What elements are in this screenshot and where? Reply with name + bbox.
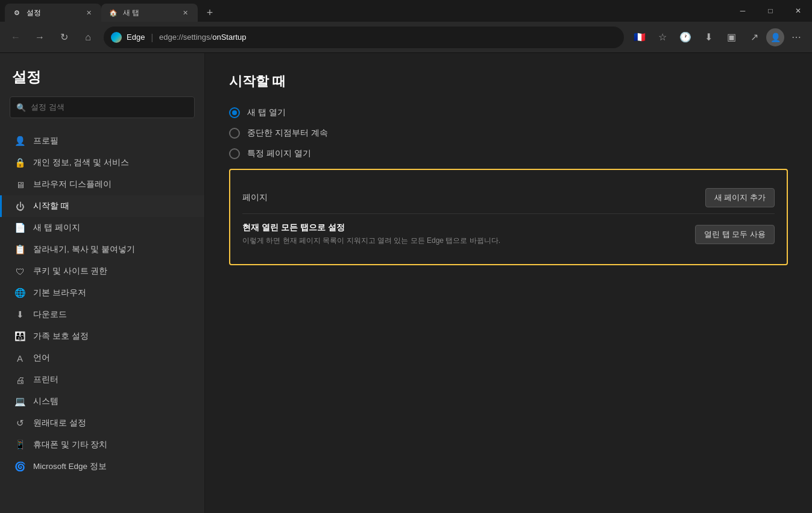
refresh-button[interactable]: ↻	[53, 27, 75, 48]
appearance-nav-icon: 🖥	[14, 178, 26, 190]
forward-button[interactable]: →	[29, 27, 51, 48]
settings-tab-close[interactable]: ✕	[83, 7, 94, 18]
favorites-button[interactable]: ☆	[652, 27, 673, 48]
new-tab-button[interactable]: +	[200, 4, 219, 22]
sidebar-item-appearance-label: 브라우저 디스플레이	[33, 179, 112, 190]
sidebar-nav: 👤 프로필 🔒 개인 정보, 검색 및 서비스 🖥 브라우저 디스플레이 ⏻ 시…	[0, 130, 204, 477]
sidebar-item-language[interactable]: A 언어	[0, 347, 204, 369]
titlebar: ⚙ 설정 ✕ 🏠 새 탭 ✕ + ─ □ ✕	[0, 0, 812, 22]
use-all-tabs-info: 현재 열린 모든 탭으로 설정 이렇게 하면 현재 페이지 목록이 지워지고 열…	[242, 222, 500, 246]
sidebar-item-downloads[interactable]: ⬇ 다운로드	[0, 304, 204, 326]
sidebar: 설정 🔍 설정 검색 👤 프로필 🔒 개인 정보, 검색 및 서비스 🖥 브라우…	[0, 53, 205, 513]
use-all-tabs-row: 현재 열린 모든 탭으로 설정 이렇게 하면 현재 페이지 목록이 지워지고 열…	[242, 213, 775, 252]
privacy-nav-icon: 🔒	[14, 157, 26, 169]
sidebar-item-family-label: 가족 보호 설정	[33, 331, 89, 342]
tab-settings[interactable]: ⚙ 설정 ✕	[5, 4, 101, 22]
newtab-tab-close[interactable]: ✕	[180, 7, 190, 18]
clipboard-nav-icon: 📋	[14, 244, 26, 256]
downloads-button[interactable]: ⬇	[697, 27, 719, 48]
family-nav-icon: 👨‍👩‍👧	[14, 330, 26, 342]
radio-newtab[interactable]	[229, 107, 240, 118]
option-continue-label: 중단한 지점부터 계속	[247, 128, 328, 139]
newtab-tab-label: 새 탭	[123, 8, 175, 18]
sidebar-item-privacy-label: 개인 정보, 검색 및 서비스	[33, 157, 129, 168]
option-specific-label: 특정 페이지 열기	[247, 148, 311, 159]
option-specific-row: 특정 페이지 열기	[229, 148, 788, 159]
sidebar-item-language-label: 언어	[33, 353, 50, 364]
use-all-tabs-description: 이렇게 하면 현재 페이지 목록이 지워지고 열려 있는 모든 Edge 탭으로…	[242, 236, 500, 246]
share-button[interactable]: ↗	[743, 27, 765, 48]
sidebar-item-cookies[interactable]: 🛡 쿠키 및 사이트 권한	[0, 260, 204, 282]
sidebar-item-printer-label: 프린터	[33, 374, 58, 385]
content-area: 시작할 때 새 탭 열기 중단한 지점부터 계속 특정 페이지 열기	[205, 53, 812, 513]
sidebar-item-clipboard-label: 잘라내기, 복사 및 붙여넣기	[33, 244, 135, 255]
use-all-tabs-button[interactable]: 열린 탭 모두 사용	[695, 225, 775, 244]
sidebar-item-startup[interactable]: ⏻ 시작할 때	[0, 195, 204, 217]
sidebar-title: 설정	[0, 68, 204, 96]
window-controls: ─ □ ✕	[729, 0, 812, 22]
back-button[interactable]: ←	[5, 27, 27, 48]
sidebar-item-browser[interactable]: 🌐 기본 브라우저	[0, 282, 204, 304]
sidebar-item-appearance[interactable]: 🖥 브라우저 디스플레이	[0, 174, 204, 195]
close-button[interactable]: ✕	[784, 0, 812, 22]
browser-nav-icon: 🌐	[14, 287, 26, 299]
reset-nav-icon: ↺	[14, 417, 26, 429]
radio-continue[interactable]	[229, 128, 240, 139]
address-bar[interactable]: Edge | edge://settings/onStartup	[104, 27, 624, 48]
add-page-button[interactable]: 새 페이지 추가	[705, 188, 775, 207]
mobile-nav-icon: 📱	[14, 439, 26, 451]
use-all-tabs-label: 현재 열린 모든 탭으로 설정	[242, 222, 500, 233]
home-button[interactable]: ⌂	[77, 27, 99, 48]
sidebar-item-reset-label: 원래대로 설정	[33, 418, 86, 429]
sidebar-item-clipboard[interactable]: 📋 잘라내기, 복사 및 붙여넣기	[0, 239, 204, 260]
sidebar-item-privacy[interactable]: 🔒 개인 정보, 검색 및 서비스	[0, 152, 204, 174]
address-separator: |	[151, 33, 153, 42]
sidebar-item-family[interactable]: 👨‍👩‍👧 가족 보호 설정	[0, 326, 204, 347]
address-url-highlight: onStartup	[212, 33, 246, 42]
sidebar-item-about-label: Microsoft Edge 정보	[33, 461, 107, 472]
profile-flag-button[interactable]: 🇫🇷	[629, 27, 650, 48]
search-box[interactable]: 🔍 설정 검색	[10, 96, 195, 118]
toolbar-right: 🇫🇷 ☆ 🕐 ⬇ ▣ ↗ 👤 ⋯	[629, 27, 807, 48]
sidebar-item-printer[interactable]: 🖨 프린터	[0, 369, 204, 391]
startup-options: 새 탭 열기 중단한 지점부터 계속 특정 페이지 열기 페이지 새 페이지 추…	[229, 107, 788, 265]
sidebar-item-newtab[interactable]: 📄 새 탭 페이지	[0, 217, 204, 239]
language-nav-icon: A	[14, 352, 26, 364]
sidebar-item-system[interactable]: 💻 시스템	[0, 391, 204, 412]
settings-tab-label: 설정	[27, 8, 78, 18]
newtab-nav-icon: 📄	[14, 222, 26, 234]
sidebar-item-profile-label: 프로필	[33, 136, 58, 146]
sidebar-item-mobile-label: 휴대폰 및 기타 장치	[33, 439, 107, 450]
cookies-nav-icon: 🛡	[14, 265, 26, 277]
edge-logo-icon	[111, 32, 122, 43]
sidebar-item-profile[interactable]: 👤 프로필	[0, 130, 204, 152]
sidebar-item-about[interactable]: 🌀 Microsoft Edge 정보	[0, 456, 204, 477]
search-icon: 🔍	[16, 103, 26, 112]
main-layout: 설정 🔍 설정 검색 👤 프로필 🔒 개인 정보, 검색 및 서비스 🖥 브라우…	[0, 53, 812, 513]
sidebar-item-reset[interactable]: ↺ 원래대로 설정	[0, 412, 204, 434]
profile-button[interactable]: 👤	[766, 28, 784, 46]
sidebar-item-system-label: 시스템	[33, 396, 58, 407]
startup-nav-icon: ⏻	[14, 200, 26, 212]
profile-nav-icon: 👤	[14, 135, 26, 147]
downloads-nav-icon: ⬇	[14, 309, 26, 321]
radio-specific[interactable]	[229, 148, 240, 159]
system-nav-icon: 💻	[14, 395, 26, 408]
history-button[interactable]: 🕐	[675, 27, 696, 48]
tab-strip: ⚙ 설정 ✕ 🏠 새 탭 ✕ +	[0, 0, 729, 22]
minimize-button[interactable]: ─	[729, 0, 757, 22]
settings-tab-icon: ⚙	[12, 8, 22, 17]
option-newtab-row: 새 탭 열기	[229, 107, 788, 118]
maximize-button[interactable]: □	[757, 0, 784, 22]
sidebar-item-mobile[interactable]: 📱 휴대폰 및 기타 장치	[0, 434, 204, 456]
collections-button[interactable]: ▣	[720, 27, 742, 48]
page-title: 시작할 때	[229, 72, 788, 90]
address-url-text: edge://settings/onStartup	[159, 33, 247, 42]
pages-box: 페이지 새 페이지 추가 현재 열린 모든 탭으로 설정 이렇게 하면 현재 페…	[229, 169, 788, 265]
more-button[interactable]: ⋯	[785, 27, 807, 48]
tab-newtab[interactable]: 🏠 새 탭 ✕	[101, 4, 198, 22]
newtab-tab-icon: 🏠	[109, 8, 118, 17]
address-brand-label: Edge	[127, 33, 145, 42]
option-continue-row: 중단한 지점부터 계속	[229, 128, 788, 139]
toolbar: ← → ↻ ⌂ Edge | edge://settings/onStartup…	[0, 22, 812, 53]
